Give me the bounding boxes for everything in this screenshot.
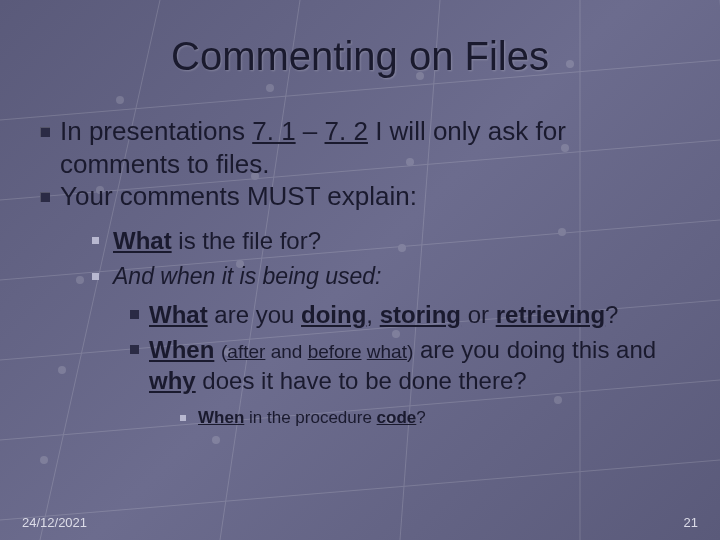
text: , xyxy=(366,301,379,328)
small-square-bullet-icon xyxy=(92,237,99,244)
slide: Commenting on Files In presentations 7. … xyxy=(0,0,720,540)
text: storing xyxy=(380,301,461,328)
text: code xyxy=(377,408,417,427)
text: in the procedure xyxy=(244,408,376,427)
link-text: 7. 2 xyxy=(325,116,368,146)
text: after xyxy=(227,341,265,362)
footer-date: 24/12/2021 xyxy=(22,515,87,530)
text: doing xyxy=(301,301,366,328)
square-bullet-icon xyxy=(130,310,139,319)
text: And when it is being used: xyxy=(113,259,382,294)
text: are you xyxy=(208,301,301,328)
bullet-item: Your comments MUST explain: xyxy=(40,180,680,213)
text: before xyxy=(308,341,362,362)
text: What xyxy=(149,301,208,328)
bullet-item: When (after and before what) are you doi… xyxy=(130,334,680,396)
square-bullet-icon xyxy=(130,345,139,354)
text: retrieving xyxy=(496,301,605,328)
text: and xyxy=(265,341,307,362)
text: is the file for? xyxy=(172,227,321,254)
square-bullet-icon xyxy=(40,127,50,137)
link-text: 7. 1 xyxy=(252,116,295,146)
slide-title: Commenting on Files xyxy=(40,34,680,79)
text: are you doing this and xyxy=(413,336,656,363)
text: does it have to be done there? xyxy=(196,367,527,394)
text: What xyxy=(113,227,172,254)
sub-sub-sub-list: When in the procedure code? xyxy=(180,407,680,429)
bullet-item: What is the file for? xyxy=(92,223,680,259)
text: When xyxy=(198,408,244,427)
footer-page-number: 21 xyxy=(684,515,698,530)
text: ? xyxy=(416,408,425,427)
small-square-bullet-icon xyxy=(92,273,99,280)
body-text: In presentations 7. 1 – 7. 2 I will only… xyxy=(40,115,680,213)
text: In presentations xyxy=(60,116,252,146)
bullet-item: And when it is being used: xyxy=(92,259,680,294)
text: why xyxy=(149,367,196,394)
text xyxy=(214,336,221,363)
bullet-item: When in the procedure code? xyxy=(180,407,680,429)
text: what xyxy=(367,341,407,362)
text: or xyxy=(461,301,496,328)
text: – xyxy=(296,116,325,146)
square-bullet-icon xyxy=(40,192,50,202)
text: ? xyxy=(605,301,618,328)
text: When xyxy=(149,336,214,363)
text: Your comments MUST explain: xyxy=(60,180,417,213)
sub-sub-list: What are you doing, storing or retrievin… xyxy=(130,299,680,397)
bullet-item: In presentations 7. 1 – 7. 2 I will only… xyxy=(40,115,680,180)
small-square-bullet-icon xyxy=(180,415,186,421)
bullet-item: What are you doing, storing or retrievin… xyxy=(130,299,680,330)
sub-list: What is the file for? And when it is bei… xyxy=(92,223,680,294)
slide-footer: 24/12/2021 21 xyxy=(22,515,698,530)
